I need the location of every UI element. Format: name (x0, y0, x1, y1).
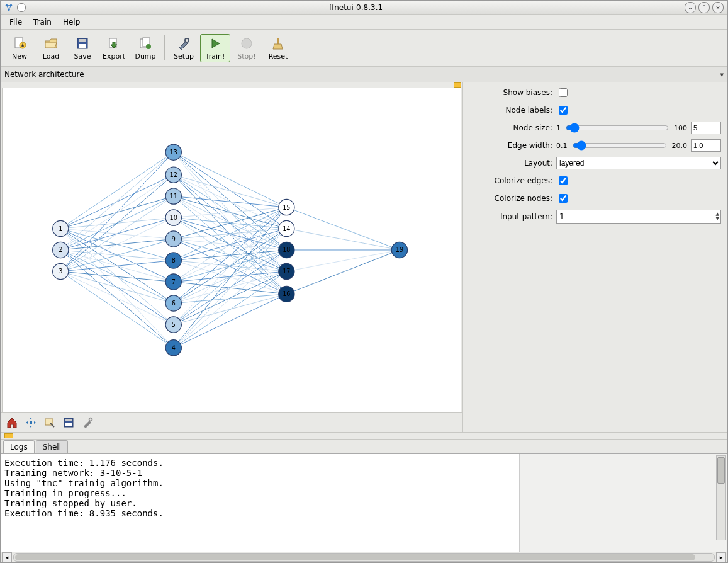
vertical-scrollbar[interactable] (716, 455, 726, 540)
svg-text:7: 7 (172, 278, 176, 285)
dump-button[interactable]: Dump (130, 34, 160, 62)
export-icon (106, 36, 121, 51)
settings-panel: Show biases: Node labels: Node size: 1 1… (463, 82, 727, 432)
splitter-handle-icon[interactable] (4, 433, 13, 438)
log-side-panel (519, 454, 727, 552)
menu-train[interactable]: Train (28, 16, 57, 28)
tab-shell[interactable]: Shell (36, 440, 68, 453)
edge-width-min: 0.1 (556, 142, 568, 150)
svg-text:15: 15 (283, 204, 290, 211)
show-biases-label: Show biases: (469, 88, 552, 97)
node-size-min: 1 (556, 124, 561, 132)
svg-line-87 (174, 229, 287, 324)
svg-text:14: 14 (283, 225, 290, 232)
svg-line-88 (174, 250, 287, 324)
new-button[interactable]: ★ New (4, 34, 35, 62)
chevron-down-icon: ▾ (720, 71, 724, 79)
train-button[interactable]: Train! (200, 34, 230, 62)
tab-logs[interactable]: Logs (3, 440, 35, 453)
colorize-edges-label: Colorize edges: (469, 176, 552, 185)
svg-text:1: 1 (59, 225, 62, 232)
log-output[interactable]: Execution time: 1.176 seconds. Training … (1, 454, 519, 552)
node-labels-checkbox[interactable] (559, 106, 568, 115)
view-selector-label: Network architecture (4, 70, 720, 79)
splitter-handle-icon[interactable] (454, 82, 461, 88)
svg-line-100 (286, 250, 400, 294)
menu-file[interactable]: File (4, 16, 27, 28)
load-button[interactable]: Load (36, 34, 66, 62)
play-icon (208, 36, 223, 51)
input-pattern-label: Input pattern: (469, 212, 552, 221)
configure-icon[interactable] (81, 416, 94, 429)
svg-line-35 (60, 250, 174, 348)
svg-point-12 (146, 44, 151, 49)
svg-text:19: 19 (396, 247, 403, 254)
svg-line-25 (60, 229, 174, 348)
svg-line-27 (60, 175, 174, 250)
svg-line-38 (60, 196, 174, 271)
svg-rect-143 (65, 423, 72, 426)
node-size-slider[interactable] (566, 123, 669, 133)
svg-line-16 (60, 152, 174, 229)
new-doc-icon: ★ (12, 36, 27, 51)
minimize-button[interactable]: ⌄ (685, 2, 696, 13)
svg-line-71 (174, 207, 287, 260)
setup-button[interactable]: Setup (169, 34, 199, 62)
svg-line-94 (174, 271, 287, 348)
svg-text:9: 9 (172, 236, 176, 242)
svg-rect-8 (79, 44, 86, 48)
network-canvas[interactable]: 12313121110987654151418171619 (2, 88, 461, 412)
svg-line-17 (60, 175, 174, 229)
document-icon (17, 3, 26, 12)
app-icon (4, 3, 13, 12)
scroll-left-icon[interactable]: ◂ (2, 552, 12, 562)
input-pattern-spinner[interactable]: 1 ▲▼ (556, 210, 721, 224)
svg-text:6: 6 (172, 300, 176, 307)
svg-line-39 (60, 218, 174, 271)
svg-line-99 (286, 250, 400, 271)
reset-button[interactable]: Reset (263, 34, 293, 62)
horizontal-scrollbar[interactable]: ◂ ▸ (1, 552, 727, 562)
layout-label: Layout: (469, 159, 552, 168)
svg-line-91 (174, 207, 287, 348)
svg-text:16: 16 (283, 290, 290, 297)
spinner-arrows-icon[interactable]: ▲▼ (716, 210, 719, 223)
edge-width-input[interactable] (691, 139, 721, 152)
stop-icon (239, 36, 254, 51)
save-button[interactable]: Save (67, 34, 98, 62)
home-icon[interactable] (6, 416, 18, 429)
maximize-button[interactable]: ⌃ (698, 2, 710, 13)
menu-help[interactable]: Help (58, 16, 85, 28)
scroll-right-icon[interactable]: ▸ (716, 552, 726, 562)
colorize-edges-checkbox[interactable] (559, 176, 568, 185)
titlebar: ffnetui-0.8.3.1 ⌄ ⌃ × (1, 1, 727, 15)
node-size-input[interactable] (691, 122, 721, 134)
svg-line-96 (286, 207, 400, 250)
dump-icon (138, 36, 153, 51)
view-selector[interactable]: Network architecture ▾ (1, 67, 727, 82)
layout-select[interactable]: layered (556, 157, 721, 169)
svg-text:13: 13 (170, 149, 177, 156)
svg-line-97 (286, 229, 400, 250)
colorize-nodes-checkbox[interactable] (559, 194, 568, 203)
stop-button: Stop! (232, 34, 262, 62)
svg-line-61 (174, 207, 287, 218)
menubar: File Train Help (1, 15, 727, 30)
broom-icon (271, 36, 286, 51)
close-button[interactable]: × (712, 2, 724, 13)
svg-point-144 (89, 418, 92, 421)
pan-icon[interactable] (25, 416, 37, 429)
show-biases-checkbox[interactable] (559, 88, 568, 97)
canvas-save-icon[interactable] (62, 416, 75, 429)
edge-width-label: Edge width: (469, 141, 552, 150)
tools-icon (176, 36, 191, 51)
svg-text:17: 17 (283, 268, 290, 275)
edge-width-slider[interactable] (573, 140, 667, 151)
svg-line-76 (174, 207, 287, 282)
svg-text:10: 10 (170, 214, 177, 221)
export-button[interactable]: Export (99, 34, 129, 62)
svg-line-43 (60, 271, 174, 303)
svg-line-41 (60, 261, 174, 271)
svg-line-37 (60, 175, 174, 271)
zoom-icon[interactable] (43, 416, 56, 429)
